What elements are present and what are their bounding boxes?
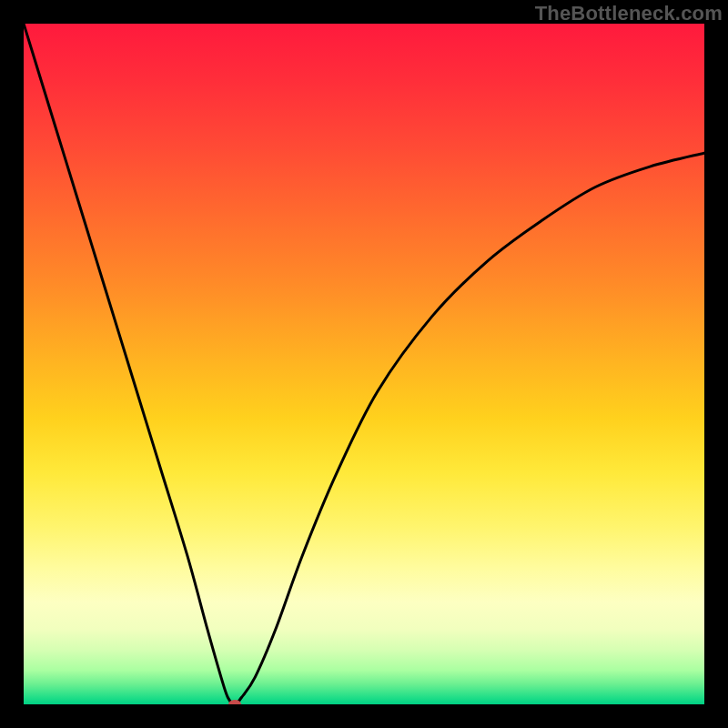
attribution-text: TheBottleneck.com — [535, 2, 723, 25]
plot-area — [24, 24, 704, 704]
chart-frame: TheBottleneck.com — [0, 0, 728, 728]
bottleneck-curve — [24, 24, 704, 704]
optimum-marker — [228, 700, 241, 704]
